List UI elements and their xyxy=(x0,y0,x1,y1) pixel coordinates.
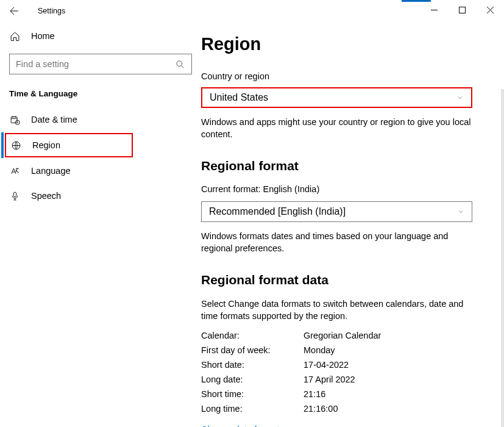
search-icon xyxy=(176,60,185,69)
sidebar-item-label: Region xyxy=(32,140,60,150)
sidebar-section-title: Time & Language xyxy=(9,89,201,98)
svg-rect-2 xyxy=(11,117,17,123)
maximize-button[interactable] xyxy=(448,0,476,20)
table-row: Short date: 17-04-2022 xyxy=(201,357,482,372)
data-help: Select Change data formats to switch bet… xyxy=(201,298,481,322)
home-button[interactable]: Home xyxy=(0,24,201,48)
titlebar: Settings xyxy=(0,0,504,22)
current-format-label: Current format: English (India) xyxy=(201,184,482,194)
country-dropdown[interactable]: United States xyxy=(201,87,472,108)
maximize-icon xyxy=(459,7,466,13)
sidebar-item-label: Date & time xyxy=(31,115,77,124)
table-row: Long time: 21:16:00 xyxy=(201,401,482,416)
main-container: Home Time & Language Date & time Region xyxy=(0,22,504,427)
format-data-table: Calendar: Gregorian Calendar First day o… xyxy=(201,328,482,416)
language-icon xyxy=(9,166,20,176)
format-dropdown[interactable]: Recommended [English (India)] xyxy=(201,201,472,222)
svg-point-1 xyxy=(177,60,182,66)
row-value: 17-04-2022 xyxy=(303,360,349,370)
search-input[interactable] xyxy=(16,59,176,69)
home-label: Home xyxy=(31,31,55,41)
minimize-icon xyxy=(431,7,438,13)
row-key: Short date: xyxy=(201,360,303,370)
sidebar-item-region[interactable]: Region xyxy=(5,133,133,157)
country-help: Windows and apps might use your country … xyxy=(201,117,481,140)
page-title: Region xyxy=(201,34,482,54)
row-key: Long time: xyxy=(201,404,303,414)
sidebar-item-speech[interactable]: Speech xyxy=(0,184,201,207)
change-data-formats-link[interactable]: Change data formats xyxy=(201,425,283,427)
chevron-down-icon xyxy=(457,208,464,215)
format-value: Recommended [English (India)] xyxy=(209,206,346,217)
row-value: 21:16 xyxy=(303,389,325,399)
search-input-container[interactable] xyxy=(9,54,192,74)
row-value: Monday xyxy=(303,345,335,355)
row-key: Short time: xyxy=(201,389,303,399)
sidebar-item-label: Language xyxy=(31,166,71,176)
scrollbar[interactable] xyxy=(501,89,504,427)
window-title: Settings xyxy=(38,7,65,15)
row-value: 17 April 2022 xyxy=(303,375,355,384)
back-button[interactable] xyxy=(9,5,27,16)
table-row: First day of week: Monday xyxy=(201,343,482,357)
calendar-clock-icon xyxy=(9,115,20,125)
home-icon xyxy=(9,31,20,41)
row-key: Calendar: xyxy=(201,331,303,340)
sidebar-item-label: Speech xyxy=(31,191,61,201)
format-heading: Regional format xyxy=(201,159,482,173)
minimize-button[interactable] xyxy=(420,0,448,20)
row-value: Gregorian Calendar xyxy=(303,331,381,340)
table-row: Calendar: Gregorian Calendar xyxy=(201,328,482,343)
row-key: First day of week: xyxy=(201,345,303,355)
arrow-left-icon xyxy=(9,5,20,16)
row-key: Long date: xyxy=(201,375,303,384)
country-label: Country or region xyxy=(201,71,482,81)
close-button[interactable] xyxy=(476,0,504,20)
sidebar-item-datetime[interactable]: Date & time xyxy=(0,108,201,131)
sidebar-item-language[interactable]: Language xyxy=(0,159,201,182)
globe-icon xyxy=(10,140,21,151)
table-row: Short time: 21:16 xyxy=(201,387,482,401)
table-row: Long date: 17 April 2022 xyxy=(201,372,482,387)
window-controls xyxy=(420,0,504,20)
format-help: Windows formats dates and times based on… xyxy=(201,231,481,254)
microphone-icon xyxy=(9,191,20,201)
sidebar: Home Time & Language Date & time Region xyxy=(0,22,201,427)
svg-rect-0 xyxy=(459,7,465,13)
svg-rect-5 xyxy=(13,192,16,197)
content-area: Region Country or region United States W… xyxy=(201,22,504,427)
row-value: 21:16:00 xyxy=(303,404,338,414)
country-value: United States xyxy=(210,92,268,103)
chevron-down-icon xyxy=(456,94,464,101)
close-icon xyxy=(487,7,494,13)
data-heading: Regional format data xyxy=(201,273,482,287)
